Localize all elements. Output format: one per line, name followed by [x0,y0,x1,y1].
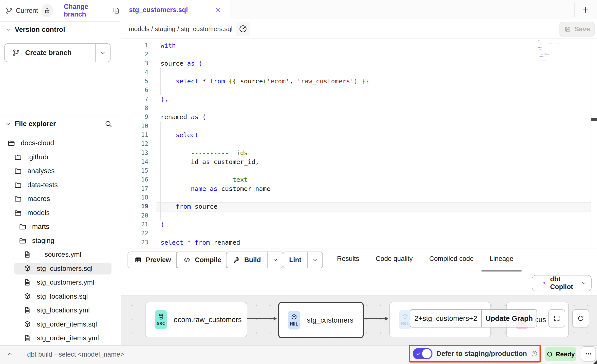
file-tree-item[interactable]: stg_customers.yml [0,275,120,290]
command-input[interactable]: dbt build --select <model_name> [27,351,124,358]
file-tree-item[interactable]: stg_order_items.yml [0,331,120,345]
file-name: data-tests [27,181,58,189]
code-line: ---------- text [161,175,369,184]
status-bar-divider [19,346,19,364]
code-editor[interactable]: 123456789101112131415161718192021222324 … [121,39,597,249]
dbt-copilot-button[interactable]: dbt Copilot [532,275,592,291]
compile-button[interactable]: Compile [176,252,228,268]
resize-corner [593,360,597,364]
defer-label: Defer to staging/production [436,350,527,358]
build-dropdown[interactable] [267,252,283,268]
code-line: select * from renamed [161,238,369,247]
code-line: ) [161,220,369,229]
source-badge: SRC [155,310,167,329]
line-number: 21 [121,220,148,229]
add-tab-button[interactable] [579,5,592,14]
file-tree-item[interactable]: analyses [0,164,120,178]
create-branch-button[interactable]: Create branch [4,43,111,62]
scrollbar-track[interactable] [591,39,591,249]
update-graph-button[interactable]: Update Graph [481,310,537,327]
file-name: stg_locations.yml [37,306,90,314]
lint-dropdown[interactable] [307,252,322,268]
scrollbar-thumb[interactable] [591,118,597,121]
folder-icon [14,153,22,161]
lineage-edge [246,318,276,319]
file-name: models [27,209,50,217]
file-tree-item[interactable]: stg_customers.sql [0,262,120,276]
code-line: source as ( [161,59,369,68]
tab-results[interactable]: Results [337,255,359,263]
file-tree-item[interactable]: marts [0,220,120,234]
chevron-down-icon [5,121,11,127]
tab-code-quality[interactable]: Code quality [376,255,413,263]
tab-stg-customers-sql[interactable]: stg_customers.sql [121,0,230,20]
file-tree-item[interactable]: data-tests [0,178,120,192]
code-line [161,247,369,249]
copy-icon[interactable] [112,7,120,15]
code-line [161,50,369,59]
more-icon [584,350,593,358]
chevron-down-icon [312,257,318,263]
lineage-selector-input[interactable]: 2+stg_customers+2 [410,310,481,327]
file-tree-item[interactable]: docs-cloud [0,136,120,150]
refresh-graph-button[interactable] [572,309,589,328]
collapse-command-bar-button[interactable] [4,349,15,360]
save-icon [564,25,571,33]
preview-button[interactable]: Preview [128,252,178,268]
code-line [161,68,369,77]
save-button[interactable]: Save [560,22,595,36]
lineage-node-source[interactable]: SRC ecom.raw_customers [145,302,247,337]
line-number: 12 [121,139,148,148]
file-tree-item[interactable]: macros [0,192,120,206]
build-button[interactable]: Build [226,252,283,268]
file-tree-item[interactable]: models [0,206,120,220]
file-name: stg_order_items.yml [37,334,99,342]
line-number: 10 [121,122,148,130]
lock-icon [44,7,51,14]
file-tree-item[interactable]: .github [0,150,120,164]
badge-label: MDL [401,321,409,326]
line-number: 9 [121,112,148,121]
code-line [161,211,369,220]
badge-label: MDL [290,321,298,327]
file-icon [23,334,31,342]
file-tree-item[interactable]: stg_order_items.sql [0,317,120,331]
help-icon[interactable] [531,350,538,357]
version-control-header[interactable]: Version control [5,26,65,34]
lint-button[interactable]: Lint [283,252,323,268]
line-number: 6 [121,86,148,94]
file-name: .github [27,153,48,161]
refresh-icon [577,315,584,322]
create-branch-dropdown[interactable] [95,44,110,62]
change-branch-link[interactable]: Change branch [64,3,106,18]
file-icon [23,251,31,258]
fullscreen-button[interactable] [548,309,565,328]
file-tree-item[interactable]: __sources.yml [0,248,120,262]
node-label: stg_customers [307,316,354,324]
folder-open-icon [7,139,15,147]
minimap[interactable]: withsource as ( select * from {{ source(… [538,40,590,79]
chevron-up-icon [7,351,13,357]
tab-lineage[interactable]: Lineage [490,255,513,263]
lineage-node-stg-customers[interactable]: MDL stg_customers [278,302,364,338]
code-line: select [161,130,369,139]
code-line: renamed as ( [161,112,369,121]
more-options-button[interactable] [581,346,596,362]
file-tree-item[interactable]: stg_locations.yml [0,303,120,317]
close-icon[interactable] [214,6,221,13]
fullscreen-icon [553,315,560,322]
defer-toggle-highlight: Defer to staging/production [409,345,541,363]
file-explorer-header[interactable]: File explorer [5,120,115,128]
tab-compiled-code[interactable]: Compiled code [429,255,474,263]
defer-toggle[interactable] [413,348,432,359]
copilot-gauge-button[interactable] [236,22,250,36]
code-line: select * from {{ source('ecom', 'raw_cus… [161,77,369,86]
file-tree-item[interactable]: staging [0,234,120,248]
search-icon[interactable] [104,120,112,128]
line-number: 19 [121,202,148,211]
ready-label: Ready [556,350,575,358]
file-tree-item[interactable]: stg_locations.sql [0,290,120,304]
tab-label: stg_customers.sql [129,6,188,14]
toggle-knob [422,349,431,358]
folder-icon [14,167,22,175]
